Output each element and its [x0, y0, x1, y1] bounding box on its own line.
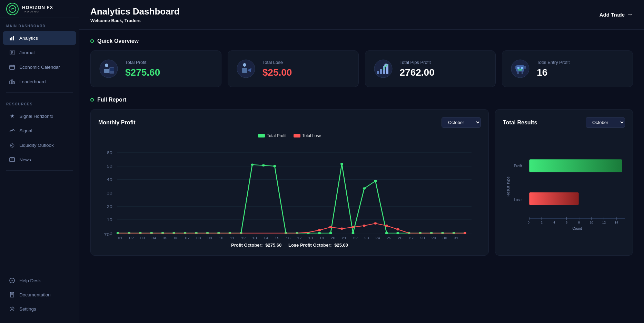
total-entry-label: Total Entry Profit	[537, 60, 569, 65]
monthly-profit-card: Monthly Profit JanuaryFebruaryMarch Apri…	[90, 109, 489, 256]
svg-point-131	[385, 225, 388, 227]
total-pips-icon	[373, 58, 394, 79]
bar-chart-container: Result Type Profit Lose	[503, 138, 625, 235]
svg-text:20: 20	[107, 204, 112, 209]
svg-text:09: 09	[207, 236, 212, 239]
svg-text:0: 0	[528, 221, 529, 224]
svg-text:02: 02	[129, 236, 134, 239]
svg-point-114	[351, 232, 354, 234]
svg-point-126	[329, 226, 332, 228]
total-entry-card: Total Entry Profit 16	[502, 50, 633, 87]
legend-profit: Total Profit	[258, 133, 287, 138]
svg-point-130	[374, 222, 377, 225]
svg-text:05: 05	[163, 236, 168, 239]
svg-text:18: 18	[308, 236, 313, 239]
legend-lose: Total Lose	[294, 133, 321, 138]
star-icon: ★	[9, 113, 15, 119]
add-trade-label: Add Trade	[600, 12, 625, 18]
svg-text:22: 22	[353, 236, 358, 239]
line-chart-area: 0 10 20 30 40 50 60 70	[98, 142, 481, 239]
add-trade-arrow: →	[627, 11, 633, 18]
bar-chart-area: Profit Lose	[513, 138, 625, 235]
total-lose-label: Total Lose	[262, 60, 292, 65]
welcome-text: Welcome Back, Traders	[90, 18, 180, 23]
svg-text:23: 23	[364, 236, 369, 239]
sidebar-item-leaderboard[interactable]: Leaderboard	[3, 75, 76, 88]
total-lose-card: Total Lose $25.00	[228, 50, 359, 87]
svg-text:30: 30	[443, 236, 447, 239]
svg-text:13: 13	[252, 236, 257, 239]
svg-text:03: 03	[140, 236, 145, 239]
sidebar-item-analytics[interactable]: Analytics	[3, 31, 76, 45]
quick-overview-title: Quick Overview	[90, 38, 633, 44]
divider-2	[6, 170, 73, 171]
svg-text:10: 10	[107, 218, 112, 222]
svg-point-0	[9, 6, 16, 12]
svg-text:4: 4	[553, 221, 555, 224]
sidebar-item-economic-calendar[interactable]: Economic Calendar	[3, 60, 76, 74]
svg-text:24: 24	[375, 236, 380, 239]
svg-point-105	[251, 163, 254, 165]
svg-text:60: 60	[107, 151, 112, 155]
svg-text:12: 12	[241, 236, 246, 239]
add-trade-button[interactable]: Add Trade →	[600, 11, 633, 18]
svg-point-132	[396, 228, 399, 230]
svg-text:11: 11	[230, 236, 235, 239]
total-profit-card: Total Profit $275.60	[90, 50, 221, 87]
header: Analytics Dashboard Welcome Back, Trader…	[79, 0, 644, 30]
y-axis-label-container: Result Type	[503, 138, 513, 235]
full-report-dot	[90, 98, 94, 102]
line-chart-svg: 0 10 20 30 40 50 60 70	[98, 142, 481, 239]
svg-point-106	[262, 164, 265, 167]
settings-icon	[9, 306, 15, 312]
total-profit-value: $275.60	[125, 67, 160, 78]
sidebar-item-help-desk[interactable]: ? Help Desk	[3, 274, 76, 287]
svg-point-107	[273, 165, 276, 167]
svg-text:Lose: Lose	[514, 198, 522, 202]
analytics-label: Analytics	[19, 36, 38, 41]
username: Traders	[125, 18, 141, 23]
settings-label: Settings	[19, 306, 36, 312]
total-results-month-select[interactable]: JanuaryFebruaryMarch AprilMayJune JulyAu…	[586, 117, 625, 128]
svg-rect-40	[517, 67, 519, 69]
svg-text:50: 50	[107, 164, 112, 169]
total-lose-icon	[236, 58, 256, 79]
svg-text:21: 21	[342, 236, 347, 239]
svg-point-23	[11, 308, 13, 310]
total-pips-value: 2762.00	[400, 67, 435, 78]
footer-lose-value: $25.00	[334, 243, 348, 248]
journal-label: Journal	[19, 50, 34, 55]
svg-text:07: 07	[185, 236, 190, 239]
svg-text:Count: Count	[573, 227, 582, 230]
svg-rect-14	[13, 82, 14, 84]
monthly-profit-month-select[interactable]: JanuaryFebruaryMarch AprilMayJune JulyAu…	[442, 117, 481, 128]
svg-point-112	[329, 232, 332, 234]
svg-text:01: 01	[118, 236, 123, 239]
lose-bar	[529, 192, 578, 205]
svg-text:10: 10	[590, 221, 593, 224]
svg-text:Profit: Profit	[514, 164, 522, 168]
sidebar-item-journal[interactable]: Journal	[3, 46, 76, 59]
chart-footer: Profit October: $275.60 Lose Profit Octo…	[98, 243, 481, 248]
welcome-label: Welcome Back,	[90, 18, 123, 23]
content-area: Quick Overview Total Profit	[79, 30, 644, 264]
svg-point-125	[318, 229, 321, 231]
sidebar-item-signal-horizonfx[interactable]: ★ Signal Horizonfx	[3, 109, 76, 123]
economic-calendar-label: Economic Calendar	[19, 65, 60, 70]
sidebar-bottom: ? Help Desk Documentation S	[0, 273, 79, 316]
sidebar-item-liquidity-outlook[interactable]: ◎ Liquidity Outlook	[3, 138, 76, 152]
svg-rect-3	[13, 36, 14, 40]
sidebar-item-signal[interactable]: Signal	[3, 124, 76, 137]
divider-1	[6, 92, 73, 93]
sidebar-item-news[interactable]: News	[3, 153, 76, 167]
svg-point-113	[340, 163, 343, 165]
sidebar-item-documentation[interactable]: Documentation	[3, 288, 76, 302]
svg-text:16: 16	[286, 236, 291, 239]
legend-profit-color	[258, 134, 265, 137]
sidebar-item-settings[interactable]: Settings	[3, 302, 76, 316]
svg-rect-1	[10, 38, 11, 40]
journal-icon	[9, 49, 15, 56]
logo-sub: TRADING	[22, 10, 53, 13]
bar-chart-svg: Profit Lose	[513, 138, 625, 235]
leaderboard-icon	[9, 78, 15, 85]
